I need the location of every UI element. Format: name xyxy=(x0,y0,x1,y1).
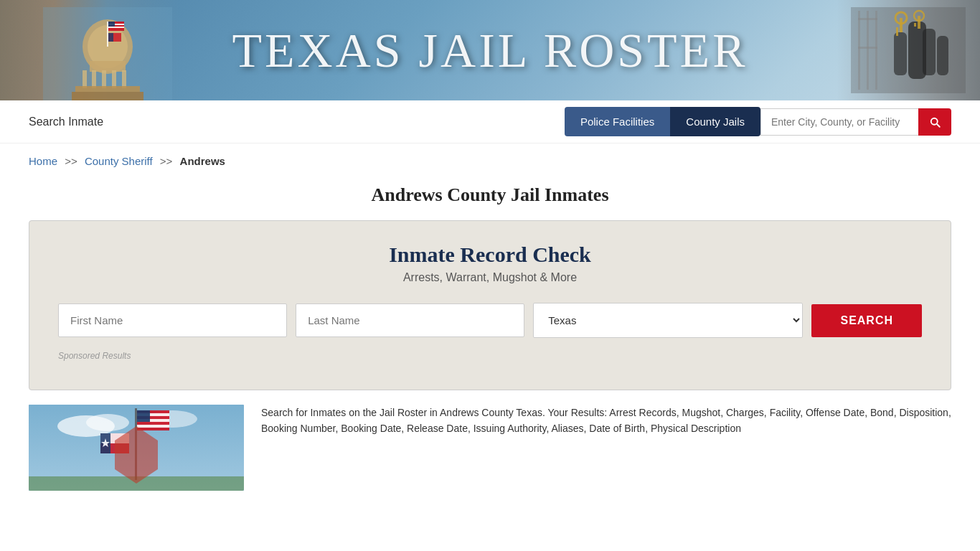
bottom-description: Search for Inmates on the Jail Roster in… xyxy=(261,405,951,491)
last-name-input[interactable] xyxy=(296,303,524,337)
svg-rect-6 xyxy=(102,70,106,88)
svg-rect-50 xyxy=(29,476,244,491)
svg-rect-14 xyxy=(108,27,124,28)
svg-rect-45 xyxy=(137,410,150,422)
svg-rect-24 xyxy=(900,18,903,32)
svg-rect-17 xyxy=(108,33,113,42)
inmate-search-button[interactable]: SEARCH xyxy=(811,304,922,337)
svg-rect-30 xyxy=(858,11,860,90)
svg-point-38 xyxy=(86,414,129,431)
svg-rect-7 xyxy=(112,70,116,88)
bottom-section: Search for Inmates on the Jail Roster in… xyxy=(0,405,980,491)
facility-search-button[interactable] xyxy=(918,108,951,136)
svg-rect-9 xyxy=(75,86,140,92)
breadcrumb-home-link[interactable]: Home xyxy=(29,155,57,167)
svg-rect-25 xyxy=(896,27,898,32)
record-check-subtitle: Arrests, Warrant, Mugshot & More xyxy=(58,271,922,284)
record-check-box: Inmate Record Check Arrests, Warrant, Mu… xyxy=(29,220,951,390)
svg-rect-34 xyxy=(858,47,877,49)
svg-rect-4 xyxy=(83,70,87,88)
svg-rect-29 xyxy=(914,23,916,27)
svg-rect-5 xyxy=(92,70,96,88)
svg-rect-20 xyxy=(894,32,907,75)
svg-rect-21 xyxy=(923,29,936,75)
keys-illustration xyxy=(851,7,966,93)
svg-rect-15 xyxy=(108,22,115,27)
first-name-input[interactable] xyxy=(58,303,287,337)
record-check-form: Alabama Alaska Arizona Arkansas Californ… xyxy=(58,303,922,338)
facility-search-input[interactable] xyxy=(760,108,918,136)
page-title-section: Andrews County Jail Inmates xyxy=(0,173,980,220)
breadcrumb: Home >> County Sheriff >> Andrews xyxy=(0,143,980,173)
police-facilities-button[interactable]: Police Facilities xyxy=(565,107,670,136)
svg-rect-28 xyxy=(918,16,920,29)
breadcrumb-sep-2: >> xyxy=(160,155,173,167)
sponsored-results-label: Sponsored Results xyxy=(58,351,922,361)
svg-rect-8 xyxy=(122,70,126,88)
svg-rect-31 xyxy=(867,11,869,90)
svg-rect-3 xyxy=(90,61,126,72)
svg-rect-44 xyxy=(137,425,169,428)
svg-rect-33 xyxy=(858,18,877,20)
svg-rect-26 xyxy=(896,32,898,36)
nav-bar: Search Inmate Police Facilities County J… xyxy=(0,100,980,143)
capitol-illustration xyxy=(43,7,172,100)
record-check-title: Inmate Record Check xyxy=(58,242,922,267)
page-title: Andrews County Jail Inmates xyxy=(0,184,980,206)
nav-right: Police Facilities County Jails xyxy=(565,107,951,136)
svg-rect-40 xyxy=(135,408,137,480)
state-select[interactable]: Alabama Alaska Arizona Arkansas Californ… xyxy=(533,303,803,338)
bottom-image xyxy=(29,405,244,491)
breadcrumb-sep-1: >> xyxy=(65,155,77,167)
bottom-flags-illustration xyxy=(29,405,244,491)
site-title: Texas Jail Roster xyxy=(232,22,748,79)
svg-rect-32 xyxy=(875,11,877,90)
breadcrumb-county-sheriff-link[interactable]: County Sheriff xyxy=(85,155,153,167)
breadcrumb-current: Andrews xyxy=(180,155,225,167)
svg-rect-10 xyxy=(72,92,143,100)
header-banner: Texas Jail Roster xyxy=(0,0,980,100)
search-inmate-label: Search Inmate xyxy=(29,116,103,128)
search-icon xyxy=(928,116,941,128)
county-jails-button[interactable]: County Jails xyxy=(670,107,760,136)
svg-rect-22 xyxy=(937,36,948,75)
